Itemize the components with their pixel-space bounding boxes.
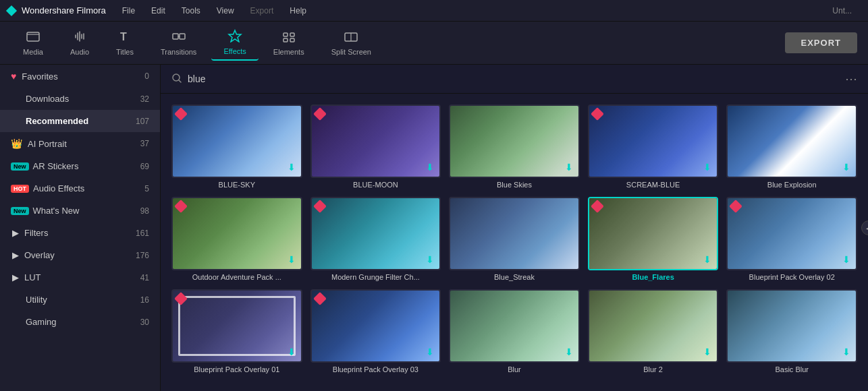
download-badge-blue-flares[interactable]: ⬇ <box>703 254 711 265</box>
download-badge-blue-moon[interactable]: ⬇ <box>426 162 434 173</box>
toolbar-btn-effects[interactable]: Effects <box>211 25 258 61</box>
sidebar-item-downloads[interactable]: Downloads 32 <box>0 88 160 110</box>
effect-item-blue-sky[interactable]: ⬇BLUE-SKY <box>171 104 302 189</box>
effect-item-blur-2[interactable]: ⬇Blur 2 <box>588 289 719 373</box>
download-badge-blur[interactable]: ⬇ <box>565 347 573 357</box>
heart-icon: ♥ <box>11 71 16 82</box>
sidebar-count-ar-stickers: 69 <box>140 162 149 171</box>
menu-edit[interactable]: Edit <box>144 3 172 18</box>
sidebar-count-filters: 161 <box>136 229 149 238</box>
new-badge-whats-new: New <box>11 207 29 215</box>
filters-expand-icon: ▶ <box>11 229 20 238</box>
toolbar-btn-audio[interactable]: Audio <box>58 26 101 60</box>
sidebar-item-filters[interactable]: ▶ Filters 161 <box>0 222 160 244</box>
effect-item-scream-blue[interactable]: ⬇SCREAM-BLUE <box>588 104 719 189</box>
svg-rect-3 <box>173 34 178 39</box>
toolbar-label-media: Media <box>23 48 43 56</box>
menu-view[interactable]: View <box>210 3 241 18</box>
svg-marker-0 <box>6 5 17 16</box>
sidebar-item-recommended[interactable]: Recommended 107 <box>0 110 160 132</box>
titles-icon: T <box>117 30 132 45</box>
effect-thumb-blue-explosion: ⬇ <box>726 104 857 178</box>
sidebar-item-favorites[interactable]: ♥ Favorites 0 <box>0 65 160 88</box>
download-badge-blur-2[interactable]: ⬇ <box>703 347 711 357</box>
toolbar-btn-transitions[interactable]: Transitions <box>148 26 209 60</box>
sidebar-count-overlay: 176 <box>136 251 149 260</box>
effect-item-outdoor-adventure[interactable]: ⬇Outdoor Adventure Pack ... <box>171 197 302 281</box>
effect-label-blueprint-overlay-02: Blueprint Pack Overlay 02 <box>726 273 857 281</box>
effect-thumb-blue-skies: ⬇ <box>449 104 580 178</box>
sidebar-label-utility: Utility <box>26 295 140 305</box>
download-badge-blue-skies[interactable]: ⬇ <box>565 162 573 173</box>
toolbar-btn-titles[interactable]: T Titles <box>104 26 146 60</box>
effect-label-outdoor-adventure: Outdoor Adventure Pack ... <box>171 273 302 281</box>
split-screen-icon <box>344 30 358 45</box>
effect-item-blue-streak[interactable]: Blue_Streak <box>449 197 580 281</box>
effect-item-blue-skies[interactable]: ⬇Blue Skies <box>449 104 580 189</box>
effect-label-blur-2: Blur 2 <box>588 365 719 373</box>
effect-item-basic-blur[interactable]: ⬇Basic Blur <box>726 289 857 373</box>
sidebar-item-ar-stickers[interactable]: New AR Stickers 69 <box>0 155 160 177</box>
sidebar-item-overlay[interactable]: ▶ Overlay 176 <box>0 244 160 266</box>
effect-thumb-inner-blue-streak <box>450 198 578 269</box>
svg-rect-8 <box>283 38 288 42</box>
effect-item-blueprint-overlay-02[interactable]: ⬇Blueprint Pack Overlay 02 <box>726 197 857 281</box>
download-badge-modern-grunge[interactable]: ⬇ <box>426 254 434 265</box>
download-badge-blueprint-overlay-03[interactable]: ⬇ <box>426 347 434 357</box>
search-input[interactable] <box>188 73 845 84</box>
audio-icon <box>72 30 87 45</box>
sidebar-count-whats-new: 98 <box>140 206 149 216</box>
download-badge-scream-blue[interactable]: ⬇ <box>703 162 711 173</box>
fav-badge-blue-flares <box>593 202 602 211</box>
effect-item-blue-moon[interactable]: ⬇BLUE-MOON <box>310 104 441 189</box>
download-badge-blue-explosion[interactable]: ⬇ <box>842 162 850 173</box>
sidebar-label-favorites: Favorites <box>22 71 144 82</box>
toolbar-label-split-screen: Split Screen <box>331 48 371 56</box>
sidebar-item-lut[interactable]: ▶ LUT 41 <box>0 266 160 289</box>
effect-label-blue-explosion: Blue Explosion <box>726 181 857 189</box>
sidebar-item-whats-new[interactable]: New What's New 98 <box>0 200 160 222</box>
sidebar-count-utility: 16 <box>140 295 149 305</box>
export-button[interactable]: EXPORT <box>785 32 857 53</box>
effect-thumb-inner-blue-flares: ⬇ <box>589 198 717 269</box>
effect-label-blueprint-overlay-03: Blueprint Pack Overlay 03 <box>310 365 441 373</box>
fav-badge-blue-moon <box>315 109 325 119</box>
download-badge-blueprint-overlay-01[interactable]: ⬇ <box>288 347 296 357</box>
toolbar-label-titles: Titles <box>116 48 134 56</box>
effect-thumb-blue-sky: ⬇ <box>171 104 302 178</box>
effect-item-blueprint-overlay-01[interactable]: ⬇Blueprint Pack Overlay 01 <box>171 289 302 373</box>
sidebar-item-utility[interactable]: Utility 16 <box>0 289 160 311</box>
effect-item-blue-flares[interactable]: ⬇Blue_Flares <box>588 197 719 281</box>
toolbar-btn-split-screen[interactable]: Split Screen <box>319 26 383 60</box>
overlay-expand-icon: ▶ <box>11 251 20 260</box>
effect-item-blueprint-overlay-03[interactable]: ⬇Blueprint Pack Overlay 03 <box>310 289 441 373</box>
sidebar-label-filters: Filters <box>24 228 136 238</box>
sidebar-item-gaming[interactable]: Gaming 30 <box>0 311 160 333</box>
sidebar-item-ai-portrait[interactable]: 👑 AI Portrait 37 <box>0 132 160 155</box>
effect-item-modern-grunge[interactable]: ⬇Modern Grunge Filter Ch... <box>310 197 441 281</box>
effect-label-scream-blue: SCREAM-BLUE <box>588 181 719 189</box>
sidebar-item-audio-effects[interactable]: HOT Audio Effects 5 <box>0 177 160 200</box>
grid-view-toggle[interactable]: ⋯ <box>845 71 857 86</box>
svg-rect-6 <box>283 33 288 36</box>
effect-label-blue-sky: BLUE-SKY <box>171 181 302 189</box>
effect-item-blue-explosion[interactable]: ⬇Blue Explosion <box>726 104 857 189</box>
transitions-icon <box>171 30 186 45</box>
toolbar-btn-media[interactable]: Media <box>11 26 55 60</box>
effect-thumb-modern-grunge: ⬇ <box>310 197 441 270</box>
sidebar-label-audio-effects: Audio Effects <box>33 183 144 193</box>
menu-export[interactable]: Export <box>244 3 281 18</box>
menu-help[interactable]: Help <box>283 3 313 18</box>
toolbar-label-audio: Audio <box>70 48 89 56</box>
download-badge-blueprint-overlay-02[interactable]: ⬇ <box>842 254 850 265</box>
menu-file[interactable]: File <box>115 3 142 18</box>
toolbar-btn-elements[interactable]: Elements <box>261 26 317 60</box>
menu-tools[interactable]: Tools <box>175 3 207 18</box>
download-badge-outdoor-adventure[interactable]: ⬇ <box>288 254 296 265</box>
effect-item-blur[interactable]: ⬇Blur <box>449 289 580 373</box>
effect-thumb-inner-blue-skies: ⬇ <box>450 106 578 177</box>
svg-rect-9 <box>290 38 294 42</box>
fav-badge-modern-grunge <box>315 202 325 211</box>
download-badge-blue-sky[interactable]: ⬇ <box>288 162 296 173</box>
download-badge-basic-blur[interactable]: ⬇ <box>842 347 850 357</box>
